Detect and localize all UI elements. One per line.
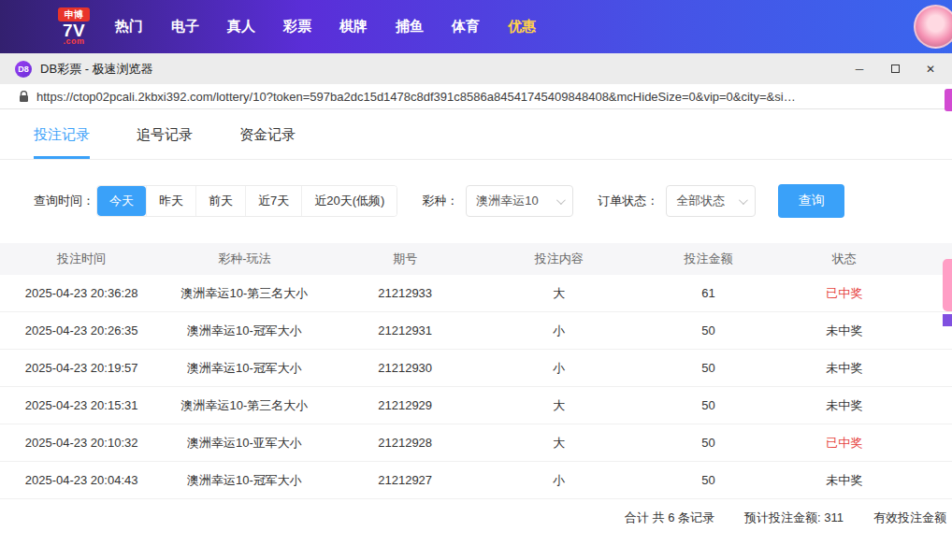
- cell-amount: 50: [634, 398, 784, 412]
- header-status: 状态: [783, 251, 905, 267]
- header-bet-time: 投注时间: [0, 251, 163, 267]
- cell-status: 已中奖: [783, 435, 905, 452]
- cell-issue: 21212931: [325, 323, 483, 337]
- cell-status: 未中奖: [783, 397, 905, 414]
- site-navbar: 申博 7V.com 热门 电子 真人 彩票 棋牌 捕鱼 体育 优惠: [0, 0, 952, 53]
- nav-item-sports[interactable]: 体育: [438, 18, 494, 36]
- cell-issue: 21212928: [325, 436, 483, 450]
- chevron-down-icon: [739, 195, 748, 205]
- cell-issue: 21212929: [325, 398, 483, 412]
- cell-status: 未中奖: [783, 472, 905, 489]
- cell-status: 已中奖: [783, 285, 905, 302]
- header-content: 投注内容: [484, 251, 634, 267]
- table-row: 2025-04-23 20:15:31 澳洲幸运10-第三名大小 2121292…: [0, 387, 952, 424]
- tab-fund-records[interactable]: 资金记录: [239, 126, 296, 159]
- cell-play-type: 澳洲幸运10-第三名大小: [163, 397, 325, 414]
- nav-item-fishing[interactable]: 捕鱼: [382, 18, 438, 36]
- header-play-type: 彩种-玩法: [163, 251, 325, 267]
- browser-favicon: D8: [15, 61, 32, 78]
- cell-content: 大: [484, 285, 634, 302]
- cell-play-type: 澳洲幸运10-亚军大小: [163, 435, 325, 452]
- cell-amount: 50: [634, 323, 784, 337]
- cell-play-type: 澳洲幸运10-冠军大小: [163, 323, 325, 339]
- cell-issue: 21212930: [325, 361, 483, 375]
- cell-content: 小: [484, 323, 634, 339]
- logo-badge: 申博: [58, 7, 90, 22]
- record-tabs: 投注记录 追号记录 资金记录: [0, 109, 952, 160]
- time-option-today[interactable]: 今天: [97, 186, 146, 216]
- bet-table: 投注时间 彩种-玩法 期号 投注内容 投注金额 状态 2025-04-23 20…: [0, 243, 952, 499]
- nav-item-slots[interactable]: 电子: [157, 18, 213, 36]
- cell-issue: 21212933: [325, 286, 483, 300]
- header-amount: 投注金额: [634, 251, 784, 267]
- cell-content: 小: [484, 360, 634, 377]
- screen: 申博 7V.com 热门 电子 真人 彩票 棋牌 捕鱼 体育 优惠 D8 DB彩…: [0, 0, 952, 560]
- floating-widget-pink[interactable]: [943, 259, 952, 311]
- cell-bet-time: 2025-04-23 20:26:35: [0, 323, 163, 337]
- lottery-select[interactable]: 澳洲幸运10: [466, 185, 573, 217]
- summary-record-count: 合计 共 6 条记录: [625, 510, 714, 526]
- cell-bet-time: 2025-04-23 20:15:31: [0, 398, 163, 412]
- cell-play-type: 澳洲幸运10-冠军大小: [163, 360, 325, 377]
- maximize-icon: [891, 65, 900, 73]
- cell-content: 小: [484, 472, 634, 489]
- browser-titlebar: D8 DB彩票 - 极速浏览器 ─ ✕: [0, 53, 952, 84]
- time-option-yesterday[interactable]: 昨天: [146, 186, 195, 216]
- cell-issue: 21212927: [325, 473, 483, 487]
- nav-item-lottery[interactable]: 彩票: [269, 18, 325, 36]
- lottery-select-value: 澳洲幸运10: [476, 193, 538, 209]
- time-option-20days[interactable]: 近20天(低频): [301, 186, 397, 216]
- lock-icon: [19, 91, 29, 103]
- time-filter-group: 今天 昨天 前天 近7天 近20天(低频): [96, 185, 397, 217]
- window-title: DB彩票 - 极速浏览器: [40, 61, 153, 78]
- table-header-row: 投注时间 彩种-玩法 期号 投注内容 投注金额 状态: [0, 243, 952, 275]
- lottery-filter-label: 彩种：: [422, 193, 458, 209]
- table-row: 2025-04-23 20:19:57 澳洲幸运10-冠军大小 21212930…: [0, 350, 952, 387]
- cell-amount: 61: [634, 286, 784, 300]
- logo-text: 7V.com: [63, 22, 85, 46]
- user-avatar[interactable]: [914, 5, 952, 49]
- status-filter-label: 订单状态：: [598, 193, 658, 209]
- cell-amount: 50: [634, 436, 784, 450]
- site-logo[interactable]: 申博 7V.com: [49, 7, 99, 46]
- time-option-7days[interactable]: 近7天: [245, 186, 301, 216]
- summary-valid-bet: 有效投注金额: [873, 510, 946, 526]
- table-row: 2025-04-23 20:26:35 澳洲幸运10-冠军大小 21212931…: [0, 312, 952, 350]
- cell-bet-time: 2025-04-23 20:04:43: [0, 473, 163, 487]
- order-status-select[interactable]: 全部状态: [666, 185, 756, 217]
- tab-bet-records[interactable]: 投注记录: [34, 126, 90, 159]
- cell-bet-time: 2025-04-23 20:19:57: [0, 361, 163, 375]
- table-row: 2025-04-23 20:04:43 澳洲幸运10-冠军大小 21212927…: [0, 462, 952, 499]
- table-summary: 合计 共 6 条记录 预计投注金额: 311 有效投注金额: [0, 499, 952, 537]
- floating-widget-purple[interactable]: [943, 314, 952, 326]
- nav-item-hot[interactable]: 热门: [101, 18, 157, 36]
- filter-row: 查询时间： 今天 昨天 前天 近7天 近20天(低频) 彩种： 澳洲幸运10 订…: [34, 184, 952, 218]
- window-controls: ─ ✕: [842, 53, 948, 84]
- cell-amount: 50: [634, 361, 784, 375]
- logo-suffix: .com: [63, 37, 85, 46]
- search-button[interactable]: 查询: [778, 184, 844, 218]
- status-select-value: 全部状态: [676, 193, 725, 209]
- cell-content: 大: [484, 435, 634, 452]
- cell-play-type: 澳洲幸运10-第三名大小: [163, 285, 325, 302]
- nav-item-live[interactable]: 真人: [213, 18, 269, 36]
- nav-item-promo[interactable]: 优惠: [494, 18, 550, 36]
- table-row: 2025-04-23 20:10:32 澳洲幸运10-亚军大小 21212928…: [0, 424, 952, 462]
- time-filter-label: 查询时间：: [34, 193, 94, 209]
- cell-bet-time: 2025-04-23 20:36:28: [0, 286, 163, 300]
- cell-status: 未中奖: [783, 360, 905, 377]
- tab-chase-records[interactable]: 追号记录: [137, 126, 193, 159]
- cell-status: 未中奖: [783, 323, 905, 339]
- header-issue: 期号: [325, 251, 483, 267]
- url-text[interactable]: https://ctop02pcali.2kbxi392.com/lottery…: [36, 90, 934, 104]
- cell-content: 大: [484, 397, 634, 414]
- address-bar[interactable]: https://ctop02pcali.2kbxi392.com/lottery…: [0, 84, 952, 109]
- close-button[interactable]: ✕: [913, 53, 948, 84]
- cell-bet-time: 2025-04-23 20:10:32: [0, 436, 163, 450]
- summary-expected-bet: 预计投注金额: 311: [744, 510, 844, 526]
- minimize-button[interactable]: ─: [842, 53, 877, 84]
- maximize-button[interactable]: [877, 53, 913, 84]
- nav-item-cards[interactable]: 棋牌: [325, 18, 382, 36]
- time-option-2days-ago[interactable]: 前天: [195, 186, 245, 216]
- floating-widget-magenta[interactable]: [945, 89, 952, 111]
